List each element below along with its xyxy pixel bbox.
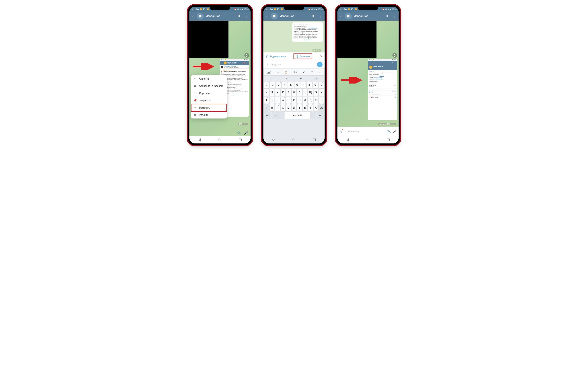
saved-avatar[interactable] [271,13,278,20]
key-Ж[interactable]: Ж [314,96,318,104]
nav-home[interactable] [367,138,369,141]
key-О[interactable]: О [297,96,302,104]
ctx-edit[interactable]: ✎Изменить [191,104,227,111]
key-9[interactable]: 9+ [313,81,318,88]
nav-hide-kbd[interactable] [272,139,275,141]
key-С[interactable]: С [280,104,285,111]
key-5[interactable]: 5* [288,81,294,88]
more-icon[interactable]: ⋮ [318,14,323,18]
edit-preview[interactable]: выявить источник утечки. Как им пользова… [263,21,325,52]
key-В[interactable]: В' [275,96,280,104]
key-3[interactable]: 3# [276,81,282,88]
more-icon[interactable]: ⋮ [244,14,249,18]
key-Ш[interactable]: Ш [302,89,307,96]
period-key[interactable]: ?!. [310,112,316,119]
emoji-icon[interactable]: ☺ [340,130,343,134]
emoji-key[interactable]: ☺ [272,112,278,119]
shift-key[interactable]: ⇧ [264,104,269,111]
search-icon[interactable]: 🔍︎ [237,14,242,18]
chat-title[interactable]: Избранное [280,14,309,18]
ctx-forward[interactable]: ↪Переслать [191,90,227,97]
key-1[interactable]: 1~ [264,81,270,88]
nav-back[interactable] [346,138,349,142]
nav-recent[interactable] [239,138,242,141]
key-6[interactable]: 6( [294,81,300,88]
key-К[interactable]: К [280,89,285,96]
replace-button[interactable]: Заменить [293,54,312,59]
key-М[interactable]: М [286,104,291,111]
sugg-undo[interactable]: ↶ [270,77,272,80]
key-П[interactable]: П [286,96,291,104]
gif-icon[interactable]: GIF [267,71,271,74]
key-Р[interactable]: Р [291,96,296,104]
key-Ф[interactable]: Ф@ [264,96,269,104]
key-Ь[interactable]: Ьъ [302,104,307,111]
message-input[interactable]: Сообщение [345,130,385,133]
key-З[interactable]: З [314,89,318,96]
key-0[interactable]: 0№ [318,81,324,88]
caption-input[interactable]: Подпись [271,63,315,66]
key-Я[interactable]: Я [269,104,274,111]
message-screenshot[interactable]: MegaFon 📶47 % 19:54 ← ✎⋮ Не баг, а фича … [368,59,397,120]
key-Н[interactable]: Н [291,89,296,96]
key-Ц[interactable]: Ц [269,89,274,96]
key-Б[interactable]: Б$ [308,104,313,111]
sticker-icon[interactable]: ☺ [277,71,279,74]
key-Ю[interactable]: Ю€ [314,104,318,111]
emoji-icon[interactable]: ☺ [265,62,269,66]
ctx-pin[interactable]: 📌Закрепить [191,97,227,104]
chat-title[interactable]: Избранное [206,14,235,18]
enter-key[interactable]: ↵ [317,112,324,119]
saved-avatar[interactable] [345,13,352,20]
ctx-delete[interactable]: 🗑Удалить [191,111,227,118]
key-8[interactable]: 8- [306,81,312,88]
key-А[interactable]: А* [280,96,285,104]
search-icon[interactable]: 🔍︎ [311,14,316,18]
key-Й[interactable]: Й [264,89,269,96]
key-Щ[interactable]: Щ [308,89,313,96]
key-Т[interactable]: Т [297,104,302,111]
comma-key[interactable]: , [278,112,284,119]
key-4[interactable]: 4^ [282,81,288,88]
nav-back[interactable] [198,138,201,142]
search-icon[interactable]: 🔍︎ [385,14,390,18]
send-button[interactable]: ✓ [317,62,323,67]
ctx-reply[interactable]: ↩Ответить [191,75,227,82]
mic-icon[interactable]: 🎤 [393,130,397,134]
key-Ы[interactable]: Ы~ [269,96,274,104]
nav-home[interactable] [292,138,295,141]
back-icon[interactable]: ← [265,14,269,18]
next-photo-arrow[interactable]: ❯ [392,53,397,58]
attach-icon[interactable]: 📎 [387,130,391,134]
next-photo-arrow[interactable]: ❯ [244,53,249,58]
attach-icon[interactable]: 📎 [237,131,241,135]
more-icon[interactable]: ⋮ [392,14,397,18]
mic-icon[interactable]: 🎤 [244,131,248,135]
chat-title[interactable]: Избранное [354,14,383,18]
space-key[interactable]: Русский [285,112,310,119]
theme-icon[interactable]: 🖌 [303,71,305,74]
num-key[interactable]: 123 [264,112,271,119]
close-icon[interactable]: ✕ [320,54,323,58]
key-У[interactable]: У [275,89,280,96]
crop-icon[interactable]: Редактировать [265,55,286,58]
key-Э[interactable]: Э÷ [319,96,324,104]
back-icon[interactable]: ← [339,14,343,18]
key-Е[interactable]: Е` [286,89,291,96]
key-Ч[interactable]: Ч₽ [275,104,280,111]
kbd-more-icon[interactable]: ⋯ [319,71,321,74]
key-7[interactable]: 7) [300,81,306,88]
backspace-key[interactable]: ⌫ [319,104,324,111]
saved-avatar[interactable] [197,13,204,20]
nav-recent[interactable] [387,138,390,141]
key-Х[interactable]: Х [319,89,324,96]
back-icon[interactable]: ← [191,14,195,18]
sugg-1[interactable]: А [285,77,287,80]
sugg-3[interactable]: Да [315,77,318,80]
key-2[interactable]: 2' [270,81,276,88]
nav-home[interactable] [218,138,221,141]
clipboard-icon[interactable]: 📋 [285,71,287,74]
sugg-2[interactable]: Я [300,77,302,80]
key-Д[interactable]: Д [308,96,313,104]
key-И[interactable]: И [291,104,296,111]
